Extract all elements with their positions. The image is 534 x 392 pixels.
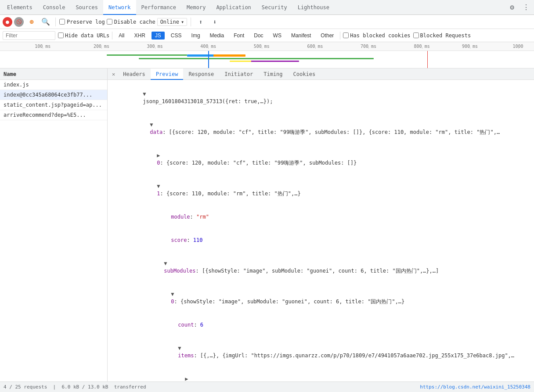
status-bar: 4 / 25 requests | 6.0 kB / 13.0 kB trans… bbox=[0, 381, 534, 392]
preview-tab-timing[interactable]: Timing bbox=[258, 68, 288, 80]
timeline-bar-green bbox=[107, 54, 187, 56]
json-line-0: ▶ 0: {score: 120, module: "cf", title: "… bbox=[108, 144, 534, 175]
record-button[interactable]: ● bbox=[3, 17, 12, 27]
preview-tab-headers[interactable]: Headers bbox=[118, 68, 151, 80]
separator2 bbox=[191, 18, 191, 26]
tab-performance[interactable]: Performance bbox=[136, 0, 181, 15]
filter-icon[interactable]: ⊛ bbox=[25, 16, 38, 28]
type-other[interactable]: Other bbox=[317, 32, 337, 40]
tick-1000ms: 1000 bbox=[512, 44, 523, 49]
expand-0[interactable]: ▶ bbox=[157, 152, 162, 159]
expand-sub0[interactable]: ▼ bbox=[171, 291, 176, 298]
tab-elements[interactable]: Elements bbox=[2, 0, 38, 15]
clear-button[interactable]: 🚫 bbox=[14, 17, 24, 27]
import-har-icon[interactable]: ⬆ bbox=[195, 16, 207, 28]
has-blocked-cookies-text: Has blocked cookies bbox=[350, 32, 410, 39]
disable-cache-text: Disable cache bbox=[114, 19, 155, 25]
disable-cache-label[interactable]: Disable cache bbox=[107, 19, 155, 25]
devtools-icons: ⚙ ⋮ bbox=[506, 1, 532, 14]
has-blocked-cookies-checkbox[interactable] bbox=[343, 32, 349, 38]
hide-data-urls-label[interactable]: Hide data URLs bbox=[58, 32, 109, 39]
throttle-select[interactable]: Online ▾ bbox=[157, 18, 188, 26]
json-line-root: ▼ jsonp_1601804313018_57313({ret: true,…… bbox=[108, 83, 534, 113]
timeline-cursor-blue bbox=[208, 51, 209, 68]
has-blocked-cookies-label[interactable]: Has blocked cookies bbox=[343, 32, 410, 39]
separator bbox=[55, 18, 56, 26]
file-item-2[interactable]: static_content.jsp?pageid=ap... bbox=[0, 100, 107, 110]
tick-400ms: 400 ms bbox=[200, 44, 216, 49]
expand-item0[interactable]: ▶ bbox=[185, 375, 190, 381]
preview-tabs: ✕ Headers Preview Response Initiator Tim… bbox=[108, 68, 534, 80]
main-content: Name index.js index@0cc345a68064ce3fb77.… bbox=[0, 68, 534, 381]
json-line-1: ▼ 1: {score: 110, module: "rm", title: "… bbox=[108, 175, 534, 205]
preview-tab-initiator[interactable]: Initiator bbox=[219, 68, 258, 80]
tab-sources[interactable]: Sources bbox=[70, 0, 103, 15]
type-ws[interactable]: WS bbox=[270, 32, 285, 40]
tab-lighthouse[interactable]: Lighthouse bbox=[292, 0, 335, 15]
type-font[interactable]: Font bbox=[230, 32, 248, 40]
type-doc[interactable]: Doc bbox=[250, 32, 267, 40]
more-icon[interactable]: ⋮ bbox=[520, 1, 532, 14]
blocked-requests-label[interactable]: Blocked Requests bbox=[413, 32, 471, 39]
preserve-log-checkbox[interactable] bbox=[59, 19, 65, 25]
requests-count: 4 / 25 requests | 6.0 kB / 13.0 kB trans… bbox=[4, 384, 146, 390]
preview-tab-preview[interactable]: Preview bbox=[151, 68, 184, 80]
blocked-requests-checkbox[interactable] bbox=[413, 32, 419, 38]
hide-data-urls-checkbox[interactable] bbox=[58, 32, 64, 38]
tab-console[interactable]: Console bbox=[38, 0, 71, 15]
json-line-data: ▼ data: [{score: 120, module: "cf", titl… bbox=[108, 113, 534, 144]
json-line-item0: ▶ 0: {,…} bbox=[108, 367, 534, 381]
timeline-bar-yellow bbox=[230, 61, 251, 62]
json-line-submodules: ▼ subModules: [{showStyle: "image", subM… bbox=[108, 252, 534, 283]
preview-tab-response[interactable]: Response bbox=[183, 68, 219, 80]
tick-800ms: 800 ms bbox=[414, 44, 430, 49]
expand-items[interactable]: ▼ bbox=[178, 345, 183, 352]
json-line-items: ▼ items: [{,…}, {imgUrl: "https://imgs.q… bbox=[108, 337, 534, 367]
type-img[interactable]: Img bbox=[188, 32, 204, 40]
type-xhr[interactable]: XHR bbox=[131, 32, 149, 40]
file-list: Name index.js index@0cc345a68064ce3fb77.… bbox=[0, 68, 108, 381]
expand-submodules[interactable]: ▼ bbox=[164, 260, 169, 267]
json-line-count: count: 6 bbox=[108, 313, 534, 337]
tick-600ms: 600 ms bbox=[307, 44, 323, 49]
preview-content: ▼ jsonp_1601804313018_57313({ret: true,…… bbox=[108, 80, 534, 381]
search-icon[interactable]: 🔍 bbox=[40, 16, 52, 28]
type-all[interactable]: All bbox=[115, 32, 128, 40]
settings-icon[interactable]: ⚙ bbox=[506, 1, 518, 14]
timeline: 100 ms 200 ms 300 ms 400 ms 500 ms 600 m… bbox=[0, 42, 534, 68]
timeline-line-red bbox=[427, 51, 428, 68]
type-css[interactable]: CSS bbox=[167, 32, 185, 40]
file-item-3[interactable]: arriveRecommend?dep=%E5... bbox=[0, 110, 107, 120]
network-toolbar: ● 🚫 ⊛ 🔍 Preserve log Disable cache Onlin… bbox=[0, 15, 534, 29]
status-url[interactable]: https://blog.csdn.net/waixini_15250348 bbox=[420, 384, 530, 390]
tab-security[interactable]: Security bbox=[256, 0, 292, 15]
timeline-ruler: 100 ms 200 ms 300 ms 400 ms 500 ms 600 m… bbox=[0, 42, 534, 51]
tick-900ms: 900 ms bbox=[462, 44, 478, 49]
preview-tab-cookies[interactable]: Cookies bbox=[288, 68, 321, 80]
timeline-bar-green2 bbox=[139, 58, 374, 59]
tick-100ms: 100 ms bbox=[35, 44, 51, 49]
json-line-sub0: ▼ 0: {showStyle: "image", subModule: "gu… bbox=[108, 283, 534, 313]
type-js[interactable]: JS bbox=[152, 32, 165, 40]
filter-input[interactable] bbox=[3, 31, 55, 40]
tab-application[interactable]: Application bbox=[211, 0, 256, 15]
json-line-module: module: "rm" bbox=[108, 205, 534, 229]
preserve-log-label[interactable]: Preserve log bbox=[59, 19, 105, 25]
hide-data-urls-text: Hide data URLs bbox=[65, 32, 109, 39]
expand-data[interactable]: ▼ bbox=[150, 121, 155, 129]
tab-network[interactable]: Network bbox=[103, 0, 136, 15]
timeline-bar-orange bbox=[213, 54, 245, 57]
file-item-0[interactable]: index.js bbox=[0, 80, 107, 90]
close-preview-icon[interactable]: ✕ bbox=[109, 71, 118, 77]
type-media[interactable]: Media bbox=[206, 32, 228, 40]
type-manifest[interactable]: Manifest bbox=[288, 32, 314, 40]
file-list-header: Name bbox=[0, 68, 107, 80]
expand-1[interactable]: ▼ bbox=[157, 183, 162, 190]
disable-cache-checkbox[interactable] bbox=[107, 19, 112, 25]
devtools-tabbar: Elements Console Sources Network Perform… bbox=[0, 0, 534, 15]
tab-memory[interactable]: Memory bbox=[181, 0, 211, 15]
file-item-1[interactable]: index@0cc345a68064ce3fb77... bbox=[0, 90, 107, 100]
expand-root[interactable]: ▼ bbox=[143, 90, 148, 98]
filter-bar: Hide data URLs All XHR JS CSS Img Media … bbox=[0, 29, 534, 42]
export-har-icon[interactable]: ⬇ bbox=[209, 16, 221, 28]
